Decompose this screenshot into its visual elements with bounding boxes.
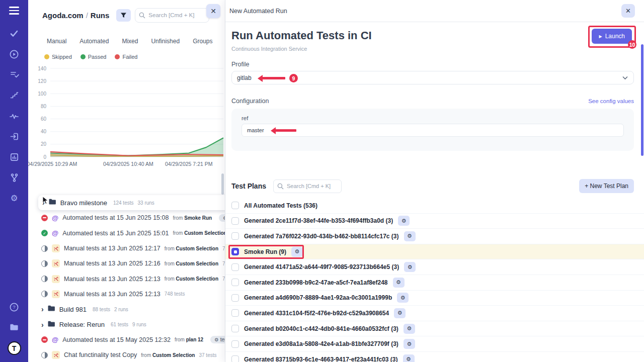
test-plans-title: Test Plans <box>231 182 266 190</box>
test-plan-checkbox[interactable] <box>231 263 239 271</box>
run-row[interactable]: @Automated tests at 15 May 2025 12:32fro… <box>28 332 225 347</box>
test-plan-gear-button[interactable]: ⚙ <box>404 262 416 272</box>
legend-dot <box>80 54 86 59</box>
test-plan-row[interactable]: Generated 4331c104-f5f2-476e-b92d-c529a3… <box>225 306 644 321</box>
folder-icon <box>47 320 55 329</box>
test-plan-label: Generated e3d08a1a-5808-42e4-a1ab-81bfe3… <box>244 340 398 347</box>
run-row[interactable]: Manual tests at 13 Jun 2025 12:16from Cu… <box>28 256 225 271</box>
right-panel-scrollbar[interactable] <box>641 44 643 156</box>
test-plan-gear-button[interactable]: ⚙ <box>398 216 410 226</box>
test-plan-row[interactable]: Generated a4d690b7-8889-4ae1-92aa-0c3001… <box>225 291 644 306</box>
test-plan-checkbox[interactable] <box>231 202 239 209</box>
legend-item-skipped[interactable]: Skipped <box>44 54 72 60</box>
manual-run-icon <box>52 351 60 359</box>
tab-manual[interactable]: Manual <box>47 38 66 45</box>
menu-icon[interactable] <box>9 7 19 15</box>
gear-settings-icon[interactable]: ⚙ <box>9 194 19 204</box>
breadcrumb-page: Runs <box>91 11 110 20</box>
configuration-card: ref master <box>231 109 634 151</box>
folder-row[interactable]: ›Bravo milestone124 tests33 runs <box>38 195 225 210</box>
test-plan-checkbox[interactable] <box>231 355 239 362</box>
tab-groups[interactable]: Groups <box>193 38 212 45</box>
test-plan-gear-button[interactable]: ⚙ <box>393 278 405 288</box>
left-panel-scrollbar[interactable] <box>221 173 224 195</box>
run-row[interactable]: @Automated tests at 15 Jun 2025 15:08fro… <box>28 210 225 225</box>
test-plan-row[interactable]: Generated 7a76f022-93d0-434b-b462-bb8114… <box>225 229 644 244</box>
test-plan-checkbox[interactable] <box>231 232 239 240</box>
run-row[interactable]: ✓@Automated tests at 15 Jun 2025 15:01fr… <box>28 226 225 241</box>
test-plan-gear-button[interactable]: ⚙ <box>404 324 415 334</box>
see-config-values-link[interactable]: See config values <box>588 98 634 104</box>
test-plan-checkbox[interactable] <box>231 325 239 332</box>
run-row[interactable]: Manual tests at 13 Jun 2025 12:17from Cu… <box>28 241 225 256</box>
tab-automated[interactable]: Automated <box>79 38 109 45</box>
runs-panel-close-button[interactable]: ✕ <box>206 4 220 18</box>
testomat-logo[interactable]: T <box>8 341 21 355</box>
test-plan-row[interactable]: Generated 83715b93-6c1e-4663-9417-ef23a4… <box>225 352 644 362</box>
test-plan-checkbox[interactable] <box>231 309 239 317</box>
test-plan-label: All Automated Tests (536) <box>244 202 317 209</box>
folder-tests-count: 124 tests <box>113 200 134 206</box>
test-plan-row[interactable]: Generated 41471a52-a644-49f7-9085-923713… <box>225 259 644 275</box>
test-plan-row[interactable]: Generated b02040c1-c442-4db0-841e-4660a0… <box>225 321 644 337</box>
run-title: Automated tests at 15 Jun 2025 15:08 <box>62 214 169 221</box>
help-icon[interactable]: ? <box>9 302 19 312</box>
gear-test-badge[interactable]: ⚙test <box>219 214 225 222</box>
close-icon: ✕ <box>210 7 216 15</box>
search-icon <box>139 12 145 19</box>
filter-button[interactable] <box>116 9 131 22</box>
test-plan-row[interactable]: All Automated Tests (536) <box>225 198 644 214</box>
legend-item-failed[interactable]: Failed <box>115 54 137 60</box>
play-runs-icon[interactable] <box>9 49 19 59</box>
library-icon[interactable] <box>9 322 19 332</box>
import-icon[interactable] <box>9 132 19 142</box>
gear-icon: ⚙ <box>214 337 219 342</box>
tab-mixed[interactable]: Mixed <box>122 38 138 45</box>
profile-select[interactable]: gitlab 9 <box>231 71 634 84</box>
close-icon: ✕ <box>625 7 631 15</box>
test-plan-gear-button[interactable]: ⚙ <box>404 231 416 241</box>
test-plan-gear-button[interactable]: ⚙ <box>397 293 409 303</box>
manual-run-icon <box>52 290 60 298</box>
test-plan-checkbox[interactable] <box>231 279 239 286</box>
ref-input[interactable]: master <box>242 124 624 137</box>
test-plan-checkbox[interactable] <box>231 340 239 348</box>
panel-close-button[interactable]: ✕ <box>621 4 635 18</box>
run-from: from Custom Selection <box>173 230 225 236</box>
run-row[interactable]: Chat functinality test Copyfrom Custom S… <box>28 347 225 362</box>
breadcrumb-project[interactable]: Agoda.com <box>42 11 84 20</box>
steps-milestones-icon[interactable] <box>9 90 19 101</box>
test-plan-label: Generated a4d690b7-8889-4ae1-92aa-0c3001… <box>244 294 392 301</box>
chevron-right-icon[interactable]: › <box>41 306 44 313</box>
chevron-right-icon[interactable]: › <box>41 321 44 328</box>
run-row[interactable]: Manual tests at 13 Jun 2025 12:13from Cu… <box>28 271 225 286</box>
test-plan-row[interactable]: Generated 2ce11f7d-38ef-44fe-b353-4f694f… <box>225 214 644 229</box>
test-plan-checkbox[interactable] <box>231 294 239 302</box>
test-plan-checkbox[interactable] <box>231 217 239 225</box>
new-test-plan-button[interactable]: + New Test Plan <box>579 179 634 193</box>
test-plan-label: Generated b02040c1-c442-4db0-841e-4660a0… <box>244 325 398 332</box>
test-plan-gear-button[interactable]: ⚙ <box>404 339 415 349</box>
runs-search-input[interactable] <box>135 8 209 23</box>
legend-item-passed[interactable]: Passed <box>80 54 107 60</box>
test-plan-row[interactable]: Generated 233b0998-b9c2-47ae-a5cf-7ea1af… <box>225 275 644 291</box>
test-plan-gear-button[interactable]: ⚙ <box>394 308 406 318</box>
list-check-plans-icon[interactable] <box>9 70 19 80</box>
test-plan-row[interactable]: Smoke Run (9)⚙ <box>225 244 644 260</box>
panel-header: New Automated Run ✕ <box>225 0 644 22</box>
test-plan-row[interactable]: Generated e3d08a1a-5808-42e4-a1ab-81bfe3… <box>225 336 644 352</box>
run-from: from Custom Selection <box>141 352 195 358</box>
tab-unfinished[interactable]: Unfinished <box>151 38 180 45</box>
bar-chart-reports-icon[interactable] <box>9 152 19 162</box>
check-tests-icon[interactable] <box>9 29 19 39</box>
test-plan-gear-button[interactable]: ⚙ <box>403 354 415 362</box>
run-row[interactable]: Manual tests at 13 Jun 2025 12:13748 tes… <box>28 287 225 302</box>
pulse-analytics-icon[interactable] <box>9 111 19 121</box>
folder-row[interactable]: ›Release: Rerun61 tests9 runs <box>28 317 225 332</box>
folder-row[interactable]: ›Build 98188 tests2 runs <box>28 302 225 317</box>
gear-test-badge[interactable]: ⚙test <box>210 336 225 343</box>
git-branch-icon[interactable] <box>9 173 19 183</box>
chevron-down-icon <box>622 76 628 80</box>
cursor-pointer-icon <box>41 196 48 207</box>
breadcrumb[interactable]: Agoda.com/Runs <box>42 11 109 20</box>
